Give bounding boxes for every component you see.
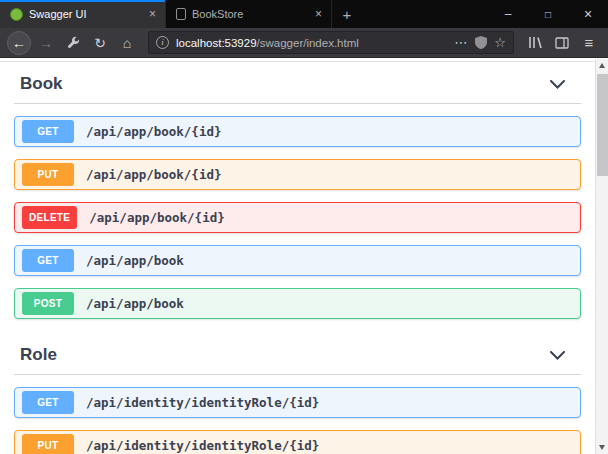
- endpoint-path: /api/app/book/{id}: [86, 124, 221, 139]
- endpoint-path: /api/app/book: [86, 296, 184, 311]
- site-info-icon[interactable]: i: [156, 36, 169, 49]
- reload-button[interactable]: ↻: [88, 31, 112, 55]
- wrench-icon[interactable]: [61, 31, 85, 55]
- forward-button[interactable]: →: [34, 31, 58, 55]
- endpoint-path: /api/identity/identityRole/{id}: [86, 438, 319, 453]
- endpoint-path: /api/app/book/{id}: [89, 210, 224, 225]
- method-badge: GET: [22, 391, 74, 414]
- tab-swagger-ui[interactable]: Swagger UI ×: [0, 0, 166, 28]
- method-badge: GET: [22, 249, 74, 272]
- tab-title: BookStore: [192, 8, 306, 20]
- method-badge: GET: [22, 120, 74, 143]
- tab-bookstore[interactable]: BookStore ×: [166, 0, 332, 28]
- window-titlebar: Swagger UI × BookStore × + – □ ×: [0, 0, 608, 28]
- titlebar-drag-area: [362, 0, 488, 28]
- method-badge: PUT: [22, 434, 74, 454]
- new-tab-button[interactable]: +: [332, 0, 362, 28]
- endpoint-path: /api/identity/identityRole/{id}: [86, 395, 319, 410]
- endpoint-row[interactable]: PUT /api/identity/identityRole/{id}: [14, 430, 581, 454]
- endpoint-row[interactable]: GET /api/identity/identityRole/{id}: [14, 387, 581, 418]
- endpoint-list-book: GET /api/app/book/{id} PUT /api/app/book…: [0, 104, 595, 319]
- section-title: Role: [20, 345, 57, 365]
- endpoint-list-role: GET /api/identity/identityRole/{id} PUT …: [0, 375, 595, 454]
- triangle-down-icon: [599, 445, 605, 450]
- menu-icon[interactable]: ≡: [577, 31, 601, 55]
- swagger-favicon-icon: [10, 8, 23, 21]
- chevron-down-icon[interactable]: [550, 351, 565, 360]
- vertical-scrollbar[interactable]: [595, 59, 608, 454]
- endpoint-row[interactable]: PUT /api/app/book/{id}: [14, 159, 581, 190]
- page-actions-icon[interactable]: ⋯: [454, 35, 468, 50]
- shield-icon[interactable]: [475, 36, 487, 49]
- library-icon[interactable]: [523, 31, 547, 55]
- back-button[interactable]: ←: [7, 31, 31, 55]
- method-badge: DELETE: [22, 206, 77, 229]
- endpoint-row[interactable]: GET /api/app/book: [14, 245, 581, 276]
- scroll-up-icon[interactable]: [596, 59, 608, 72]
- close-window-button[interactable]: ×: [568, 0, 608, 28]
- sidebar-icon[interactable]: [550, 31, 574, 55]
- endpoint-path: /api/app/book: [86, 253, 184, 268]
- method-badge: POST: [22, 292, 74, 315]
- triangle-up-icon: [599, 63, 605, 68]
- maximize-button[interactable]: □: [528, 0, 568, 28]
- section-header-role[interactable]: Role: [14, 331, 581, 375]
- section-title: Book: [20, 74, 63, 94]
- tab-close-icon[interactable]: ×: [146, 7, 159, 21]
- swagger-page: Book GET /api/app/book/{id} PUT /api/app…: [0, 59, 595, 454]
- url-host: localhost:53929: [176, 37, 257, 49]
- section-header-book[interactable]: Book: [14, 62, 581, 104]
- browser-toolbar: ← → ↻ ⌂ i localhost:53929/swagger/index.…: [0, 28, 608, 58]
- window-controls: – □ ×: [488, 0, 608, 28]
- minimize-button[interactable]: –: [488, 0, 528, 28]
- method-badge: PUT: [22, 163, 74, 186]
- tab-close-icon[interactable]: ×: [312, 7, 325, 21]
- chevron-down-icon[interactable]: [550, 80, 565, 89]
- endpoint-row[interactable]: GET /api/app/book/{id}: [14, 116, 581, 147]
- home-button[interactable]: ⌂: [115, 31, 139, 55]
- url-text: localhost:53929/swagger/index.html: [176, 37, 447, 49]
- bookmark-star-icon[interactable]: ☆: [494, 35, 506, 50]
- endpoint-row[interactable]: DELETE /api/app/book/{id}: [14, 202, 581, 233]
- tab-title: Swagger UI: [29, 8, 140, 20]
- endpoint-path: /api/app/book/{id}: [86, 167, 221, 182]
- scroll-down-icon[interactable]: [596, 441, 608, 454]
- page-favicon-icon: [176, 8, 186, 20]
- url-bar[interactable]: i localhost:53929/swagger/index.html ⋯ ☆: [148, 31, 514, 54]
- endpoint-row[interactable]: POST /api/app/book: [14, 288, 581, 319]
- url-path: /swagger/index.html: [257, 37, 359, 49]
- scrollbar-thumb[interactable]: [597, 74, 608, 176]
